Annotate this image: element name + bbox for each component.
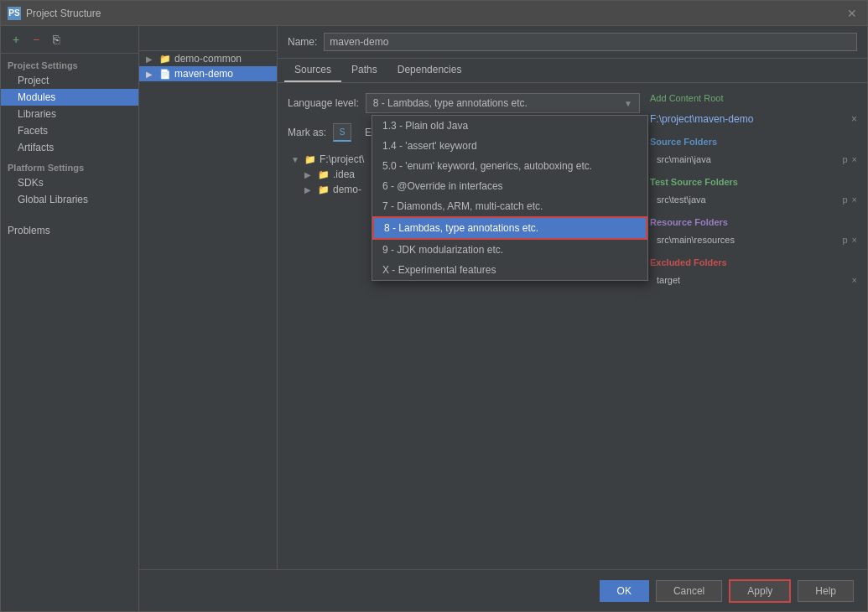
test-source-folders-title: Test Source Folders: [650, 177, 857, 187]
expand-icon: ▶: [146, 54, 156, 64]
libraries-label: Libraries: [18, 108, 56, 120]
test-source-folder-path: src\test\java: [657, 194, 706, 205]
root-path-title: F:\project\maven-demo: [650, 113, 753, 125]
dropdown-arrow-icon: ▼: [624, 99, 632, 108]
project-label: Project: [18, 75, 49, 86]
module-item-demo-common[interactable]: ▶ 📁 demo-common: [139, 51, 277, 66]
sidebar-item-global-libraries[interactable]: Global Libraries: [1, 191, 138, 208]
dropdown-option-5[interactable]: 7 - Diamonds, ARM, multi-catch etc.: [372, 196, 647, 216]
source-folder-divider: ×: [852, 154, 857, 164]
dropdown-option-4[interactable]: 6 - @Override in interfaces: [372, 176, 647, 196]
bottom-bar: OK Cancel Apply Help: [139, 569, 867, 611]
resource-folders-title: Resource Folders: [650, 217, 857, 227]
root-path-header: F:\project\maven-demo ×: [650, 113, 857, 125]
idea-folder-label: .idea: [333, 169, 355, 180]
module-item-maven-demo[interactable]: ▶ 📄 maven-demo: [139, 66, 277, 81]
tab-dependencies[interactable]: Dependencies: [387, 59, 472, 82]
tab-paths[interactable]: Paths: [341, 59, 387, 82]
sdks-label: SDKs: [18, 177, 44, 189]
dropdown-value: 8 - Lambdas, type annotations etc.: [373, 97, 528, 109]
window-icon: PS: [8, 7, 21, 20]
name-input[interactable]: [324, 33, 857, 51]
root-expand-icon: ▼: [291, 155, 301, 164]
dropdown-option-7[interactable]: 9 - JDK modularization etc.: [372, 240, 647, 260]
sidebar: + − ⎘ Project Settings Project Modules L…: [1, 26, 139, 611]
language-level-label: Language level:: [288, 97, 359, 109]
sidebar-item-facets[interactable]: Facets: [1, 122, 138, 139]
resource-folder-path: src\main\resources: [657, 235, 735, 245]
folder-icon-maven-demo: 📄: [159, 69, 171, 80]
idea-folder-icon: 📁: [318, 169, 330, 180]
sources-content: Language level: 8 - Lambdas, type annota…: [278, 83, 867, 569]
dropdown-option-1[interactable]: 1.3 - Plain old Java: [372, 116, 647, 136]
sidebar-toolbar: + − ⎘: [1, 26, 138, 54]
artifacts-label: Artifacts: [18, 142, 54, 153]
source-folder-p-button[interactable]: p: [839, 154, 850, 164]
folder-icon-demo-common: 📁: [159, 54, 171, 65]
source-folder-path: src\main\java: [657, 154, 711, 164]
source-folders-title: Source Folders: [650, 137, 857, 147]
dropdown-option-6[interactable]: 8 - Lambdas, type annotations etc.: [372, 216, 647, 240]
language-level-dropdown[interactable]: 8 - Lambdas, type annotations etc. ▼: [366, 93, 640, 113]
main-panel: ▶ 📁 demo-common ▶ 📄 maven-demo Name:: [139, 26, 867, 611]
right-content: Name: Sources Paths Dependencies: [278, 26, 867, 569]
excluded-folder-path: target: [657, 275, 680, 285]
add-content-root-button[interactable]: Add Content Root: [650, 93, 723, 103]
platform-settings-label: Platform Settings: [1, 156, 138, 174]
expand-icon-maven: ▶: [146, 70, 156, 79]
sidebar-item-artifacts[interactable]: Artifacts: [1, 139, 138, 156]
tab-sources[interactable]: Sources: [284, 59, 341, 82]
dropdown-option-2[interactable]: 1.4 - 'assert' keyword: [372, 136, 647, 156]
tabs-bar: Sources Paths Dependencies: [278, 59, 867, 83]
ok-button[interactable]: OK: [600, 580, 649, 602]
excluded-folders-title: Excluded Folders: [650, 257, 857, 267]
dropdown-option-3[interactable]: 5.0 - 'enum' keyword, generics, autoboxi…: [372, 156, 647, 176]
sidebar-item-libraries[interactable]: Libraries: [1, 106, 138, 122]
resource-folder-p-button[interactable]: p: [839, 235, 850, 245]
add-module-button[interactable]: +: [8, 31, 24, 48]
demo-folder-label: demo-: [333, 184, 361, 195]
excluded-folder-actions: ×: [852, 275, 857, 285]
copy-module-button[interactable]: ⎘: [48, 31, 65, 48]
resource-folder-row: src\main\resources p ×: [650, 234, 857, 246]
resource-folder-close-button[interactable]: ×: [852, 235, 857, 245]
test-folder-p-button[interactable]: p: [839, 194, 850, 205]
sidebar-item-modules[interactable]: Modules: [1, 89, 138, 106]
global-libraries-label: Global Libraries: [18, 194, 88, 205]
sidebar-item-sdks[interactable]: SDKs: [1, 174, 138, 191]
right-panel: Add Content Root F:\project\maven-demo ×…: [650, 93, 857, 559]
facets-label: Facets: [18, 125, 48, 137]
module-name-demo-common: demo-common: [174, 53, 242, 65]
root-folder-icon: 📁: [304, 154, 316, 165]
remove-module-button[interactable]: −: [28, 31, 44, 48]
excluded-folder-row: target ×: [650, 274, 857, 286]
test-folder-actions: p ×: [839, 194, 857, 205]
module-toolbar: [139, 26, 277, 51]
apply-button[interactable]: Apply: [729, 579, 791, 603]
mark-sources-btn[interactable]: S: [333, 123, 351, 142]
module-name-maven-demo: maven-demo: [174, 68, 233, 80]
source-folder-row: src\main\java p ×: [650, 153, 857, 165]
sidebar-item-project[interactable]: Project: [1, 72, 138, 89]
name-label: Name:: [288, 36, 317, 48]
root-path-label: F:\project\: [320, 153, 364, 165]
dropdown-option-8[interactable]: X - Experimental features: [372, 260, 647, 280]
close-button[interactable]: ✕: [844, 5, 860, 22]
demo-expand-icon: ▶: [304, 185, 314, 194]
resource-folder-actions: p ×: [839, 235, 857, 245]
idea-expand-icon: ▶: [304, 170, 314, 179]
root-path-close-button[interactable]: ×: [851, 113, 857, 125]
test-folder-close-button[interactable]: ×: [852, 194, 857, 205]
help-button[interactable]: Help: [798, 580, 854, 602]
cancel-button[interactable]: Cancel: [656, 580, 722, 602]
left-panel: Language level: 8 - Lambdas, type annota…: [288, 93, 640, 559]
name-bar: Name:: [278, 26, 867, 59]
language-level-row: Language level: 8 - Lambdas, type annota…: [288, 93, 640, 113]
project-structure-window: PS Project Structure ✕ + − ⎘ Project Set…: [0, 0, 868, 612]
sidebar-item-problems[interactable]: Problems: [1, 221, 138, 240]
demo-folder-icon: 📁: [318, 184, 330, 195]
mark-as-label: Mark as:: [288, 127, 326, 138]
excluded-folder-close-button[interactable]: ×: [852, 275, 857, 285]
source-folder-actions: p ×: [839, 154, 857, 164]
main-content-area: + − ⎘ Project Settings Project Modules L…: [1, 26, 867, 611]
